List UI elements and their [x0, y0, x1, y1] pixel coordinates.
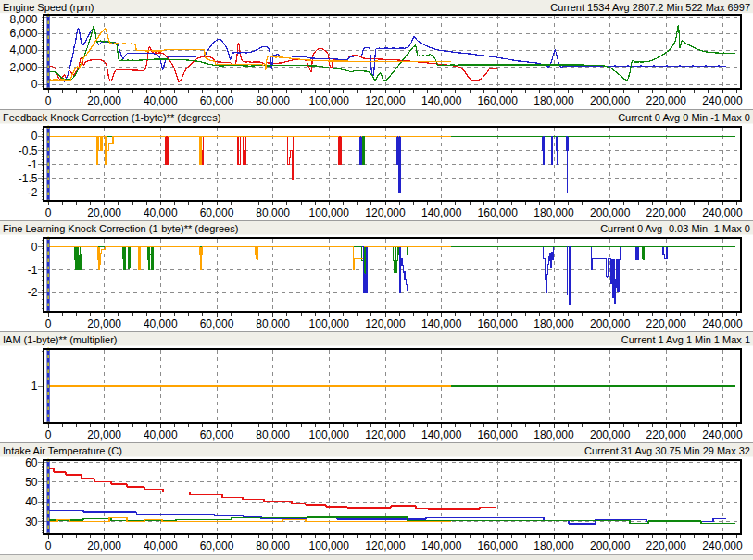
svg-text:6,000: 6,000 [9, 27, 37, 40]
svg-text:220,000: 220,000 [646, 317, 687, 330]
svg-text:20,000: 20,000 [87, 94, 121, 107]
svg-text:20,000: 20,000 [87, 540, 121, 553]
svg-text:180,000: 180,000 [533, 206, 574, 219]
svg-text:-1: -1 [28, 158, 38, 171]
svg-text:0: 0 [45, 540, 52, 553]
svg-text:100,000: 100,000 [309, 206, 350, 219]
svg-text:140,000: 140,000 [421, 429, 462, 442]
svg-text:60: 60 [25, 456, 38, 469]
svg-text:60,000: 60,000 [200, 429, 234, 442]
svg-text:60,000: 60,000 [200, 206, 234, 219]
svg-text:-1: -1 [28, 264, 38, 277]
svg-text:60,000: 60,000 [200, 317, 234, 330]
svg-text:200,000: 200,000 [590, 206, 631, 219]
svg-text:220,000: 220,000 [646, 429, 687, 442]
svg-text:180,000: 180,000 [533, 94, 574, 107]
svg-text:Engine Speed (rpm): Engine Speed (rpm) [3, 2, 94, 13]
svg-text:40,000: 40,000 [144, 317, 178, 330]
svg-text:60,000: 60,000 [200, 540, 234, 553]
svg-text:100,000: 100,000 [309, 429, 350, 442]
svg-text:2,000: 2,000 [9, 61, 37, 74]
svg-text:160,000: 160,000 [478, 317, 519, 330]
svg-text:240,000: 240,000 [702, 94, 743, 107]
svg-text:160,000: 160,000 [478, 540, 519, 553]
svg-text:0: 0 [45, 429, 52, 442]
svg-text:220,000: 220,000 [646, 94, 687, 107]
svg-text:80,000: 80,000 [256, 540, 290, 553]
svg-text:220,000: 220,000 [646, 206, 687, 219]
svg-text:20,000: 20,000 [87, 317, 121, 330]
svg-text:50: 50 [25, 476, 38, 489]
svg-text:4,000: 4,000 [9, 44, 37, 56]
svg-text:180,000: 180,000 [533, 540, 574, 553]
svg-text:-2: -2 [28, 286, 38, 299]
svg-text:200,000: 200,000 [590, 429, 631, 442]
svg-text:Current 0 Avg -0.03 Min -1 Max: Current 0 Avg -0.03 Min -1 Max 0 [600, 223, 750, 234]
svg-text:80,000: 80,000 [256, 206, 290, 219]
svg-text:40,000: 40,000 [144, 94, 178, 107]
svg-text:1: 1 [31, 380, 38, 392]
svg-text:-1.5: -1.5 [19, 172, 38, 185]
svg-text:80,000: 80,000 [256, 317, 290, 330]
svg-text:40,000: 40,000 [144, 429, 178, 442]
svg-text:40: 40 [25, 495, 38, 508]
svg-text:160,000: 160,000 [478, 94, 519, 107]
svg-text:180,000: 180,000 [533, 429, 574, 442]
svg-text:-2: -2 [28, 186, 38, 199]
svg-text:240,000: 240,000 [702, 317, 743, 330]
svg-text:IAM (1-byte)** (multiplier): IAM (1-byte)** (multiplier) [3, 334, 117, 345]
svg-text:-0.5: -0.5 [19, 144, 38, 157]
svg-text:60,000: 60,000 [200, 94, 234, 107]
svg-text:0: 0 [45, 317, 52, 330]
svg-text:0: 0 [31, 78, 38, 91]
svg-text:40,000: 40,000 [144, 206, 178, 219]
svg-text:Current 31 Avg 30.75 Min 29 Ma: Current 31 Avg 30.75 Min 29 Max 32 [584, 445, 750, 456]
svg-text:180,000: 180,000 [533, 317, 574, 330]
svg-text:20,000: 20,000 [87, 429, 121, 442]
svg-text:30: 30 [25, 516, 38, 529]
svg-text:40,000: 40,000 [144, 540, 178, 553]
svg-text:100,000: 100,000 [309, 94, 350, 107]
svg-text:0: 0 [31, 241, 38, 254]
svg-text:240,000: 240,000 [702, 540, 743, 553]
svg-text:240,000: 240,000 [702, 206, 743, 219]
svg-text:20,000: 20,000 [87, 206, 121, 219]
svg-text:Fine Learning Knock Correction: Fine Learning Knock Correction (1-byte)*… [3, 223, 238, 234]
svg-text:8,000: 8,000 [9, 13, 37, 26]
svg-text:Current 1534 Avg 2807.2 Min 52: Current 1534 Avg 2807.2 Min 522 Max 6997 [550, 2, 750, 13]
svg-text:100,000: 100,000 [309, 540, 350, 553]
svg-text:0: 0 [45, 94, 52, 107]
svg-text:140,000: 140,000 [421, 94, 462, 107]
svg-text:220,000: 220,000 [646, 540, 687, 553]
svg-text:160,000: 160,000 [478, 429, 519, 442]
svg-text:200,000: 200,000 [590, 317, 631, 330]
svg-text:160,000: 160,000 [478, 206, 519, 219]
svg-text:120,000: 120,000 [365, 429, 406, 442]
svg-text:Intake Air Temperature (C): Intake Air Temperature (C) [3, 445, 122, 456]
svg-text:200,000: 200,000 [590, 94, 631, 107]
svg-text:100,000: 100,000 [309, 317, 350, 330]
svg-text:200,000: 200,000 [590, 540, 631, 553]
svg-text:Feedback Knock Correction (1-b: Feedback Knock Correction (1-byte)** (de… [3, 112, 220, 123]
svg-text:120,000: 120,000 [365, 540, 406, 553]
svg-text:120,000: 120,000 [365, 317, 406, 330]
svg-text:140,000: 140,000 [421, 317, 462, 330]
svg-text:80,000: 80,000 [256, 94, 290, 107]
svg-text:240,000: 240,000 [702, 429, 743, 442]
svg-text:Current 1 Avg 1 Min 1 Max 1: Current 1 Avg 1 Min 1 Max 1 [621, 334, 750, 345]
svg-text:140,000: 140,000 [421, 540, 462, 553]
svg-text:Current 0 Avg 0 Min -1 Max 0: Current 0 Avg 0 Min -1 Max 0 [618, 112, 750, 123]
svg-text:120,000: 120,000 [365, 94, 406, 107]
svg-text:0: 0 [45, 206, 52, 219]
svg-text:80,000: 80,000 [256, 429, 290, 442]
svg-text:0: 0 [31, 130, 38, 143]
svg-text:140,000: 140,000 [421, 206, 462, 219]
svg-text:120,000: 120,000 [365, 206, 406, 219]
